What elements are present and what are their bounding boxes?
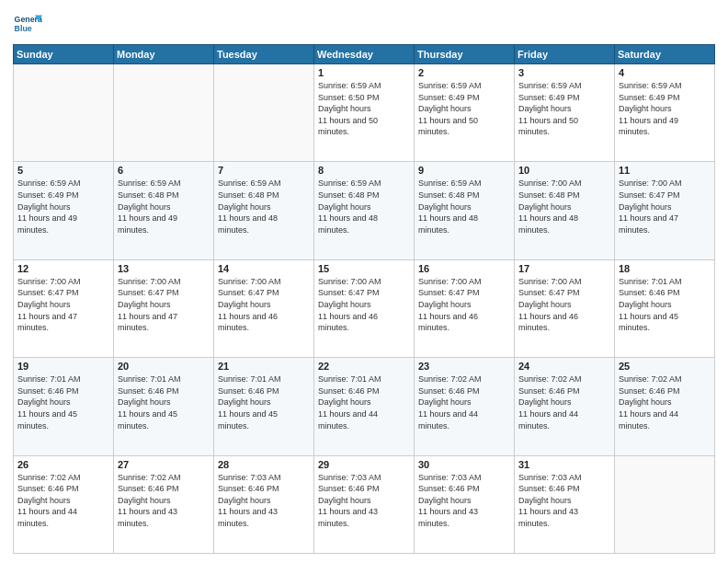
day-number: 13 <box>118 263 210 274</box>
day-cell: 23 Sunrise: 7:02 AM Sunset: 6:46 PM Dayl… <box>415 358 515 455</box>
day-info: Sunrise: 6:59 AM Sunset: 6:49 PM Dayligh… <box>518 80 610 138</box>
day-cell: 3 Sunrise: 6:59 AM Sunset: 6:49 PM Dayli… <box>515 64 615 162</box>
day-info: Sunrise: 7:02 AM Sunset: 6:46 PM Dayligh… <box>17 472 109 530</box>
day-info: Sunrise: 6:59 AM Sunset: 6:49 PM Dayligh… <box>619 80 711 138</box>
day-number: 23 <box>418 361 510 372</box>
day-info: Sunrise: 6:59 AM Sunset: 6:48 PM Dayligh… <box>418 178 510 236</box>
day-info: Sunrise: 7:01 AM Sunset: 6:46 PM Dayligh… <box>17 373 109 431</box>
weekday-header-thursday: Thursday <box>415 45 515 64</box>
day-number: 30 <box>418 459 510 470</box>
day-info: Sunrise: 6:59 AM Sunset: 6:48 PM Dayligh… <box>218 178 310 236</box>
day-info: Sunrise: 7:00 AM Sunset: 6:47 PM Dayligh… <box>118 276 210 334</box>
day-cell: 26 Sunrise: 7:02 AM Sunset: 6:46 PM Dayl… <box>14 455 114 553</box>
day-number: 3 <box>518 67 610 78</box>
day-cell: 17 Sunrise: 7:00 AM Sunset: 6:47 PM Dayl… <box>515 259 615 357</box>
calendar: SundayMondayTuesdayWednesdayThursdayFrid… <box>13 44 715 554</box>
header: General Blue <box>13 9 715 39</box>
day-cell: 9 Sunrise: 6:59 AM Sunset: 6:48 PM Dayli… <box>415 162 515 259</box>
day-number: 17 <box>518 263 610 274</box>
day-cell <box>114 64 214 162</box>
day-number: 27 <box>118 459 210 470</box>
day-number: 29 <box>318 459 410 470</box>
day-number: 24 <box>518 361 610 372</box>
weekday-header-tuesday: Tuesday <box>214 45 314 64</box>
week-row-3: 12 Sunrise: 7:00 AM Sunset: 6:47 PM Dayl… <box>14 259 715 357</box>
day-info: Sunrise: 7:02 AM Sunset: 6:46 PM Dayligh… <box>418 373 510 431</box>
week-row-5: 26 Sunrise: 7:02 AM Sunset: 6:46 PM Dayl… <box>14 455 715 553</box>
day-number: 14 <box>218 263 310 274</box>
day-number: 1 <box>318 67 410 78</box>
day-cell <box>214 64 314 162</box>
day-info: Sunrise: 6:59 AM Sunset: 6:50 PM Dayligh… <box>318 80 410 138</box>
day-number: 31 <box>518 459 610 470</box>
day-cell: 7 Sunrise: 6:59 AM Sunset: 6:48 PM Dayli… <box>214 162 314 259</box>
logo: General Blue <box>13 9 42 39</box>
day-number: 6 <box>118 165 210 176</box>
day-info: Sunrise: 7:00 AM Sunset: 6:47 PM Dayligh… <box>218 276 310 334</box>
day-number: 5 <box>17 165 109 176</box>
day-number: 19 <box>17 361 109 372</box>
weekday-header-friday: Friday <box>515 45 615 64</box>
day-info: Sunrise: 7:03 AM Sunset: 6:46 PM Dayligh… <box>318 472 410 530</box>
day-info: Sunrise: 7:00 AM Sunset: 6:48 PM Dayligh… <box>518 178 610 236</box>
weekday-header-saturday: Saturday <box>615 45 715 64</box>
day-info: Sunrise: 7:02 AM Sunset: 6:46 PM Dayligh… <box>118 472 210 530</box>
day-cell: 4 Sunrise: 6:59 AM Sunset: 6:49 PM Dayli… <box>615 64 715 162</box>
day-number: 21 <box>218 361 310 372</box>
day-info: Sunrise: 7:01 AM Sunset: 6:46 PM Dayligh… <box>218 373 310 431</box>
day-cell: 29 Sunrise: 7:03 AM Sunset: 6:46 PM Dayl… <box>314 455 415 553</box>
day-number: 7 <box>218 165 310 176</box>
day-info: Sunrise: 7:03 AM Sunset: 6:46 PM Dayligh… <box>518 472 610 530</box>
day-number: 26 <box>17 459 109 470</box>
day-info: Sunrise: 7:00 AM Sunset: 6:47 PM Dayligh… <box>418 276 510 334</box>
svg-text:Blue: Blue <box>15 24 32 33</box>
day-number: 9 <box>418 165 510 176</box>
week-row-2: 5 Sunrise: 6:59 AM Sunset: 6:49 PM Dayli… <box>14 162 715 259</box>
day-info: Sunrise: 7:00 AM Sunset: 6:47 PM Dayligh… <box>619 178 711 236</box>
weekday-header-sunday: Sunday <box>14 45 114 64</box>
day-cell: 28 Sunrise: 7:03 AM Sunset: 6:46 PM Dayl… <box>214 455 314 553</box>
day-number: 4 <box>619 67 711 78</box>
day-cell: 12 Sunrise: 7:00 AM Sunset: 6:47 PM Dayl… <box>14 259 114 357</box>
day-info: Sunrise: 6:59 AM Sunset: 6:49 PM Dayligh… <box>418 80 510 138</box>
day-number: 28 <box>218 459 310 470</box>
day-info: Sunrise: 6:59 AM Sunset: 6:48 PM Dayligh… <box>118 178 210 236</box>
day-number: 2 <box>418 67 510 78</box>
day-info: Sunrise: 7:03 AM Sunset: 6:46 PM Dayligh… <box>218 472 310 530</box>
day-cell: 31 Sunrise: 7:03 AM Sunset: 6:46 PM Dayl… <box>515 455 615 553</box>
day-cell <box>14 64 114 162</box>
day-cell: 2 Sunrise: 6:59 AM Sunset: 6:49 PM Dayli… <box>415 64 515 162</box>
day-cell: 1 Sunrise: 6:59 AM Sunset: 6:50 PM Dayli… <box>314 64 415 162</box>
day-info: Sunrise: 6:59 AM Sunset: 6:49 PM Dayligh… <box>17 178 109 236</box>
weekday-header-monday: Monday <box>114 45 214 64</box>
day-cell: 8 Sunrise: 6:59 AM Sunset: 6:48 PM Dayli… <box>314 162 415 259</box>
day-cell: 24 Sunrise: 7:02 AM Sunset: 6:46 PM Dayl… <box>515 358 615 455</box>
day-number: 11 <box>619 165 711 176</box>
day-cell: 30 Sunrise: 7:03 AM Sunset: 6:46 PM Dayl… <box>415 455 515 553</box>
day-info: Sunrise: 7:02 AM Sunset: 6:46 PM Dayligh… <box>619 373 711 431</box>
day-number: 18 <box>619 263 711 274</box>
day-number: 22 <box>318 361 410 372</box>
day-info: Sunrise: 7:00 AM Sunset: 6:47 PM Dayligh… <box>318 276 410 334</box>
day-cell: 20 Sunrise: 7:01 AM Sunset: 6:46 PM Dayl… <box>114 358 214 455</box>
day-cell: 22 Sunrise: 7:01 AM Sunset: 6:46 PM Dayl… <box>314 358 415 455</box>
day-cell: 15 Sunrise: 7:00 AM Sunset: 6:47 PM Dayl… <box>314 259 415 357</box>
day-info: Sunrise: 6:59 AM Sunset: 6:48 PM Dayligh… <box>318 178 410 236</box>
day-cell: 18 Sunrise: 7:01 AM Sunset: 6:46 PM Dayl… <box>615 259 715 357</box>
day-cell: 5 Sunrise: 6:59 AM Sunset: 6:49 PM Dayli… <box>14 162 114 259</box>
week-row-4: 19 Sunrise: 7:01 AM Sunset: 6:46 PM Dayl… <box>14 358 715 455</box>
day-cell: 10 Sunrise: 7:00 AM Sunset: 6:48 PM Dayl… <box>515 162 615 259</box>
day-number: 20 <box>118 361 210 372</box>
day-info: Sunrise: 7:01 AM Sunset: 6:46 PM Dayligh… <box>318 373 410 431</box>
day-cell: 27 Sunrise: 7:02 AM Sunset: 6:46 PM Dayl… <box>114 455 214 553</box>
day-info: Sunrise: 7:02 AM Sunset: 6:46 PM Dayligh… <box>518 373 610 431</box>
day-cell: 25 Sunrise: 7:02 AM Sunset: 6:46 PM Dayl… <box>615 358 715 455</box>
day-number: 10 <box>518 165 610 176</box>
week-row-1: 1 Sunrise: 6:59 AM Sunset: 6:50 PM Dayli… <box>14 64 715 162</box>
page: General Blue SundayMondayTuesdayWednesda… <box>0 0 728 563</box>
day-info: Sunrise: 7:00 AM Sunset: 6:47 PM Dayligh… <box>17 276 109 334</box>
day-info: Sunrise: 7:03 AM Sunset: 6:46 PM Dayligh… <box>418 472 510 530</box>
day-number: 12 <box>17 263 109 274</box>
day-cell: 14 Sunrise: 7:00 AM Sunset: 6:47 PM Dayl… <box>214 259 314 357</box>
day-cell: 13 Sunrise: 7:00 AM Sunset: 6:47 PM Dayl… <box>114 259 214 357</box>
